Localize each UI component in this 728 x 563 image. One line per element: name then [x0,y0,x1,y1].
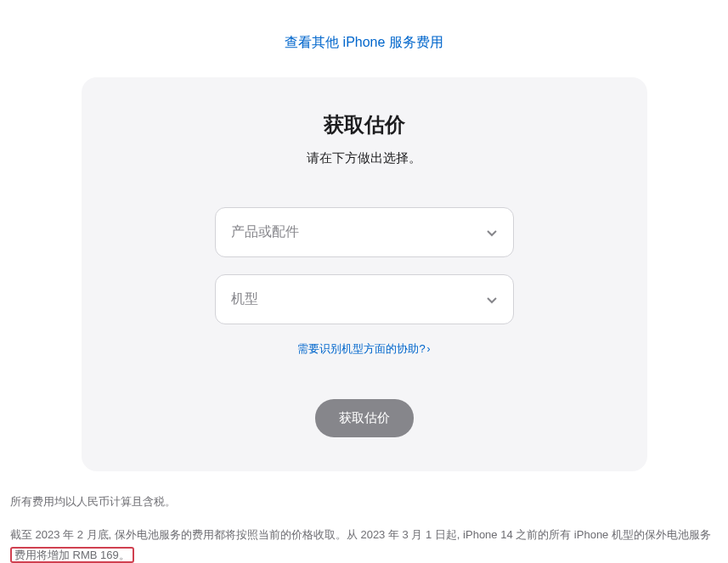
other-iphone-service-link[interactable]: 查看其他 iPhone 服务费用 [285,35,443,49]
model-select-placeholder: 机型 [231,290,258,308]
footer-notes: 所有费用均以人民币计算且含税。 截至 2023 年 2 月底, 保外电池服务的费… [0,471,728,563]
model-select[interactable]: 机型 [215,274,514,324]
chevron-right-icon: › [427,343,431,355]
chevron-down-icon [486,227,498,239]
footer-line2: 截至 2023 年 2 月底, 保外电池服务的费用都将按照当前的价格收取。从 2… [10,525,718,563]
product-select[interactable]: 产品或配件 [215,207,514,257]
model-help-link[interactable]: 需要识别机型方面的协助?› [297,342,430,355]
card-title: 获取估价 [107,111,622,138]
price-increase-highlight: 费用将增加 RMB 169。 [10,547,134,563]
help-link-label: 需要识别机型方面的协助? [297,342,425,355]
product-select-placeholder: 产品或配件 [231,223,299,241]
estimate-card: 获取估价 请在下方做出选择。 产品或配件 机型 需要识别机型方面的协助?› 获取… [82,77,647,471]
model-select-wrapper: 机型 [215,274,514,324]
card-subtitle: 请在下方做出选择。 [107,150,622,166]
footer-line1: 所有费用均以人民币计算且含税。 [10,492,718,513]
get-estimate-button[interactable]: 获取估价 [315,399,414,437]
footer-line2-pre: 截至 2023 年 2 月底, 保外电池服务的费用都将按照当前的价格收取。从 2… [10,528,711,541]
chevron-down-icon [486,294,498,306]
help-link-container: 需要识别机型方面的协助?› [107,341,622,357]
top-link-container: 查看其他 iPhone 服务费用 [0,0,728,77]
product-select-wrapper: 产品或配件 [215,207,514,257]
